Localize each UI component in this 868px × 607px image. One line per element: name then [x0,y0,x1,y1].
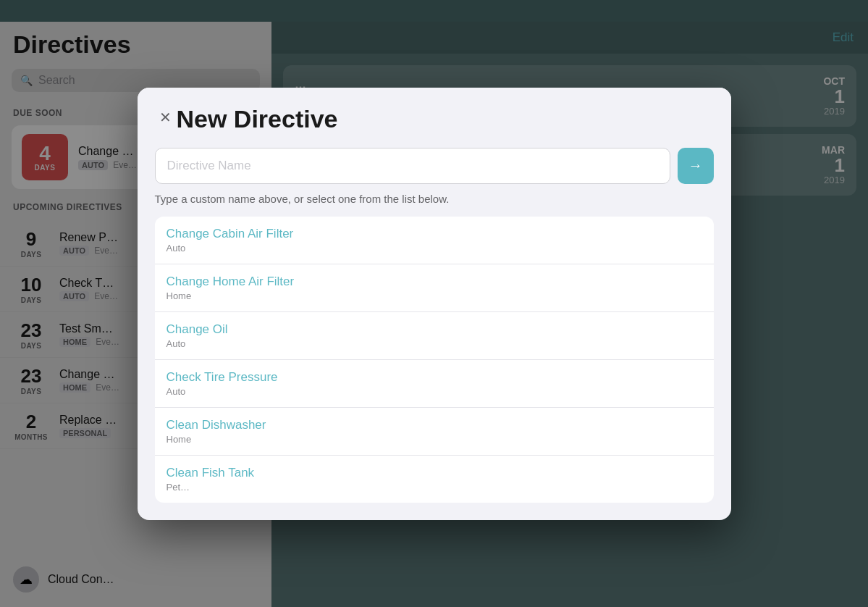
helper-text: Type a custom name above, or select one … [155,193,714,205]
directive-list-item[interactable]: Change Oil Auto [155,312,714,360]
modal-body: → Type a custom name above, or select on… [138,142,731,520]
modal-overlay[interactable]: ✕ New Directive → Type a custom name abo… [0,0,868,607]
new-directive-modal: ✕ New Directive → Type a custom name abo… [138,88,731,520]
modal-title: New Directive [177,105,714,133]
directive-list-item[interactable]: Check Tire Pressure Auto [155,360,714,408]
directive-list-item[interactable]: Change Home Air Filter Home [155,264,714,312]
directive-name-input[interactable] [155,148,670,184]
directive-list-item[interactable]: Clean Fish Tank Pet… [155,456,714,503]
directive-list: Change Cabin Air Filter Auto Change Home… [155,217,714,503]
go-button[interactable]: → [678,148,714,184]
directive-list-item[interactable]: Change Cabin Air Filter Auto [155,217,714,264]
input-row: → [155,148,714,184]
close-button[interactable]: ✕ [155,106,177,128]
directive-list-item[interactable]: Clean Dishwasher Home [155,408,714,456]
modal-header: ✕ New Directive [138,88,731,142]
